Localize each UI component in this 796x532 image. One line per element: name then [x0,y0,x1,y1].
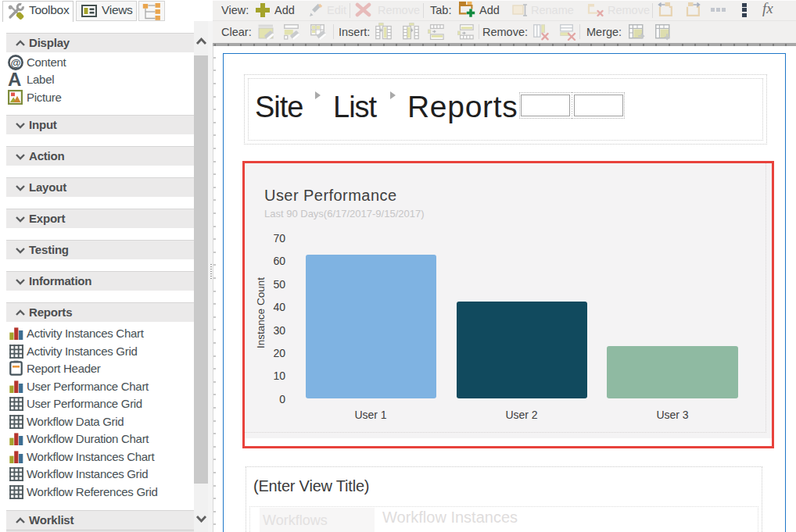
svg-text:@: @ [11,57,21,69]
